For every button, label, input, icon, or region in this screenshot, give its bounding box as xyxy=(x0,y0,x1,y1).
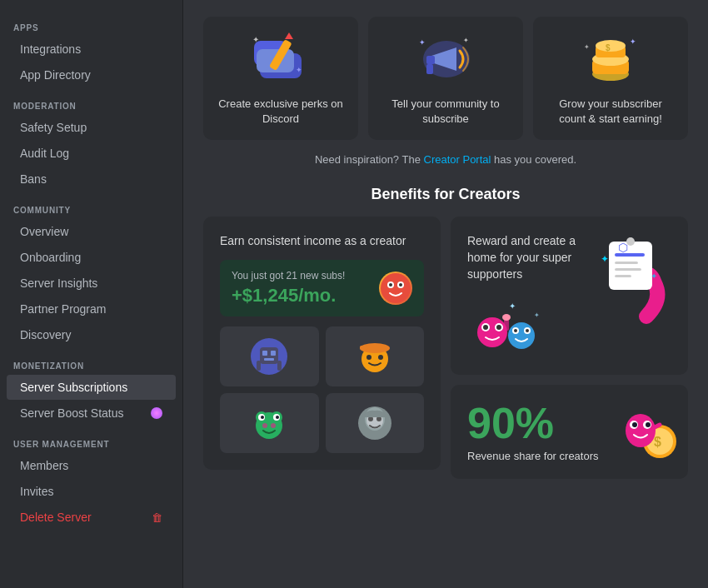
svg-point-52 xyxy=(477,317,507,347)
svg-text:✦: ✦ xyxy=(296,66,302,74)
svg-marker-4 xyxy=(285,32,293,39)
revenue-benefit-card: 90% Revenue share for creators $ xyxy=(451,385,688,479)
feature-card-grow-subscriber: $ ✦ ✦ Grow your subscriber count & start… xyxy=(533,17,688,140)
sidebar-item-label: Discovery xyxy=(20,328,71,341)
feature-card-community-subscribe: ✦ ✦ Tell your community to subscribe xyxy=(368,17,523,140)
sidebar-item-label: Audit Log xyxy=(20,147,69,160)
income-notification-box: You just got 21 new subs! +$1,245/mo. xyxy=(220,260,424,316)
income-card-title: Earn consistent income as a creator xyxy=(220,233,424,250)
svg-text:⬡: ⬡ xyxy=(618,241,628,254)
svg-point-43 xyxy=(261,416,264,419)
sidebar-item-members[interactable]: Members xyxy=(7,453,176,478)
svg-point-60 xyxy=(514,329,517,332)
creature-group: ✦ ✦ xyxy=(467,292,586,358)
sidebar-item-server-boost-status[interactable]: Server Boost Status xyxy=(7,401,176,426)
sidebar-item-integrations[interactable]: Integrations xyxy=(7,37,176,62)
svg-point-55 xyxy=(483,325,488,330)
sidebar-item-label: Server Subscriptions xyxy=(20,381,127,394)
sidebar-item-onboarding[interactable]: Onboarding xyxy=(7,245,176,270)
sidebar-item-invites[interactable]: Invites xyxy=(7,479,176,504)
sidebar-item-label: Members xyxy=(20,459,68,472)
avatar-cell-1 xyxy=(220,326,319,386)
svg-point-24 xyxy=(389,283,392,287)
benefits-title: Benefits for Creators xyxy=(203,186,688,203)
exclusive-perks-illustration: ✦ ✦ xyxy=(247,30,314,88)
benefits-grid: Earn consistent income as a creator You … xyxy=(203,217,688,479)
svg-point-56 xyxy=(496,325,501,330)
exclusive-perks-label: Create exclusive perks on Discord xyxy=(217,97,345,127)
sidebar-section-apps: APPS Integrations App Directory xyxy=(0,10,182,87)
svg-rect-66 xyxy=(609,242,652,290)
svg-rect-32 xyxy=(277,361,282,371)
sidebar-item-label: App Directory xyxy=(20,68,91,82)
sidebar-item-server-insights[interactable]: Server Insights xyxy=(7,271,176,296)
income-notification-text: You just got 21 new subs! xyxy=(232,270,345,282)
avatar-cell-3 xyxy=(220,393,319,453)
sidebar-item-partner-program[interactable]: Partner Program xyxy=(7,296,176,321)
svg-point-82 xyxy=(646,422,651,427)
feature-card-exclusive-perks: ✦ ✦ Create exclusive perks on Discord xyxy=(203,17,358,140)
avatar-cell-2 xyxy=(326,326,425,386)
grow-subscriber-illustration: $ ✦ ✦ xyxy=(577,30,644,88)
supporter-benefit-card: Reward and create a home for your super … xyxy=(451,217,688,375)
main-content: ✦ ✦ Create exclusive perks on Discord xyxy=(183,0,708,588)
sidebar-item-discovery[interactable]: Discovery xyxy=(7,322,176,347)
community-subscribe-label: Tell your community to subscribe xyxy=(381,97,510,127)
sidebar-item-label: Server Boost Status xyxy=(20,406,124,420)
sidebar-item-app-directory[interactable]: App Directory xyxy=(7,62,176,87)
inspiration-text: Need inspiration? The Creator Portal has… xyxy=(203,153,688,166)
sidebar-item-label: Invites xyxy=(20,485,53,498)
supporter-text: Reward and create a home for your super … xyxy=(467,233,586,358)
svg-point-44 xyxy=(276,416,279,419)
svg-rect-70 xyxy=(615,268,641,271)
svg-text:✦: ✦ xyxy=(509,301,516,311)
sidebar-item-label: Integrations xyxy=(20,42,81,56)
sidebar-item-bans[interactable]: Bans xyxy=(7,167,176,192)
trash-icon: 🗑 xyxy=(152,511,162,524)
svg-rect-31 xyxy=(257,361,261,371)
sidebar-item-audit-log[interactable]: Audit Log xyxy=(7,141,176,166)
sidebar-item-label: Onboarding xyxy=(20,251,81,264)
svg-point-65 xyxy=(502,314,511,321)
svg-text:✦: ✦ xyxy=(651,272,657,281)
sidebar-item-server-subscriptions[interactable]: Server Subscriptions xyxy=(7,375,176,400)
sidebar-item-label: Safety Setup xyxy=(20,121,87,134)
income-column: Earn consistent income as a creator You … xyxy=(203,217,441,479)
svg-text:$: $ xyxy=(606,43,611,52)
income-benefit-card: Earn consistent income as a creator You … xyxy=(203,217,441,470)
sidebar-item-label: Overview xyxy=(20,225,68,238)
community-subscribe-illustration: ✦ ✦ xyxy=(412,30,479,88)
sidebar: APPS Integrations App Directory MODERATI… xyxy=(0,0,183,588)
section-label-user-management: USER MANAGEMENT xyxy=(0,426,182,452)
svg-text:✦: ✦ xyxy=(601,253,609,265)
grow-subscriber-label: Grow your subscriber count & start earni… xyxy=(546,97,675,127)
sidebar-item-overview[interactable]: Overview xyxy=(7,219,176,244)
sidebar-section-community: COMMUNITY Overview Onboarding Server Ins… xyxy=(0,192,182,347)
sidebar-item-safety-setup[interactable]: Safety Setup xyxy=(7,115,176,140)
svg-text:✦: ✦ xyxy=(630,37,636,46)
income-amount: +$1,245/mo. xyxy=(232,285,345,306)
svg-rect-37 xyxy=(360,346,368,350)
section-label-apps: APPS xyxy=(0,10,182,36)
svg-rect-9 xyxy=(426,64,433,74)
sidebar-section-monetization: MONETIZATION Server Subscriptions Server… xyxy=(0,348,182,426)
svg-point-81 xyxy=(632,422,637,427)
svg-point-35 xyxy=(366,355,371,360)
svg-point-36 xyxy=(378,355,383,360)
boost-icon xyxy=(151,407,162,419)
sidebar-section-moderation: MODERATION Safety Setup Audit Log Bans xyxy=(0,88,182,192)
sidebar-item-delete-server[interactable]: Delete Server 🗑 xyxy=(7,505,176,530)
svg-point-25 xyxy=(399,283,402,287)
svg-point-21 xyxy=(381,273,411,303)
right-column: Reward and create a home for your super … xyxy=(451,217,688,479)
svg-text:✦: ✦ xyxy=(584,43,590,51)
svg-rect-71 xyxy=(615,275,631,277)
svg-rect-8 xyxy=(426,56,435,64)
supporter-card-title: Reward and create a home for your super … xyxy=(467,233,586,282)
svg-text:$: $ xyxy=(654,435,661,449)
svg-text:✦: ✦ xyxy=(252,35,259,44)
svg-point-57 xyxy=(508,322,535,349)
creator-portal-link[interactable]: Creator Portal xyxy=(424,153,491,166)
svg-text:✦: ✦ xyxy=(419,38,426,47)
feature-cards-row: ✦ ✦ Create exclusive perks on Discord xyxy=(203,17,688,140)
